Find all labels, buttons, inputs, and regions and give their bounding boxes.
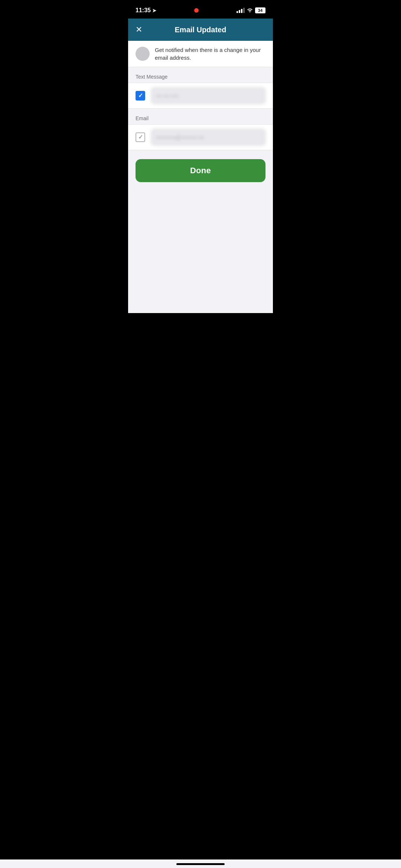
email-row: ✓ — [128, 125, 273, 150]
status-time: 11:35 ➤ — [136, 7, 156, 14]
text-message-checkbox[interactable]: ✓ — [136, 91, 145, 101]
done-button-container: Done — [128, 150, 273, 190]
email-checkbox[interactable]: ✓ — [136, 132, 145, 142]
battery-level: 34 — [255, 7, 265, 13]
text-message-input[interactable] — [151, 88, 265, 104]
wifi-icon — [247, 7, 253, 13]
email-label: Email — [128, 109, 273, 124]
description-row: Get notified when there is a change in y… — [128, 41, 273, 67]
battery-container: 34 — [255, 7, 265, 13]
bottom-spacer — [128, 190, 273, 212]
location-icon: ➤ — [152, 8, 156, 13]
checkmark-icon: ✓ — [138, 93, 143, 99]
email-content: ✓ — [128, 124, 273, 150]
status-icons: 34 — [237, 7, 265, 13]
text-message-content: ✓ — [128, 83, 273, 109]
email-checkmark-icon: ✓ — [138, 134, 143, 140]
done-button[interactable]: Done — [136, 159, 265, 182]
avatar-placeholder — [136, 47, 150, 61]
signal-bars — [237, 8, 245, 13]
page-title: Email Updated — [175, 26, 226, 34]
nav-bar: ✕ Email Updated — [128, 19, 273, 41]
status-bar: 11:35 ➤ 34 — [128, 0, 273, 19]
dynamic-island — [173, 4, 220, 17]
email-input[interactable] — [151, 129, 265, 145]
text-message-section: Text Message ✓ — [128, 67, 273, 109]
text-message-label: Text Message — [128, 67, 273, 83]
content-area: Get notified when there is a change in y… — [128, 41, 273, 212]
close-button[interactable]: ✕ — [136, 26, 142, 34]
description-text: Get notified when there is a change in y… — [155, 46, 265, 62]
email-section: Email ✓ — [128, 109, 273, 150]
recording-dot — [194, 8, 199, 13]
text-message-row: ✓ — [128, 83, 273, 108]
